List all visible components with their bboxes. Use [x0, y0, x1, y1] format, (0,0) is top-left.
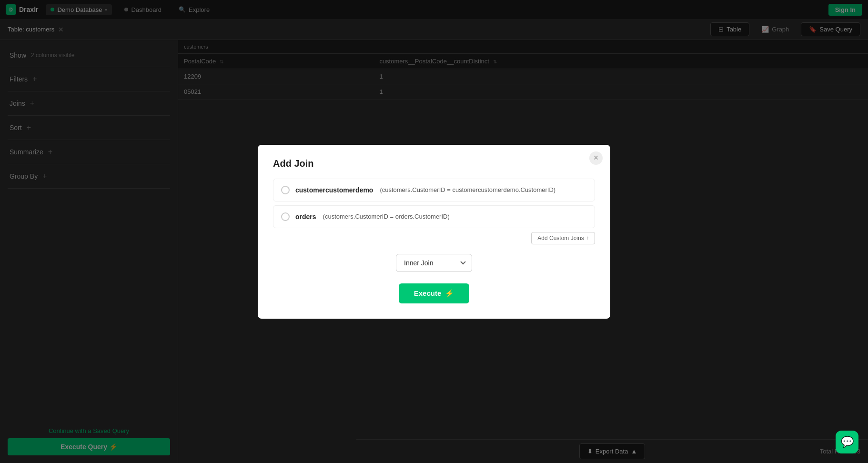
join-option-orders[interactable]: orders (customers.CustomerID = orders.Cu…	[273, 205, 595, 228]
join-condition-1: (customers.CustomerID = customercustomer…	[380, 186, 555, 193]
modal-execute-button[interactable]: Execute ⚡	[399, 283, 470, 303]
add-custom-joins-button[interactable]: Add Custom Joins +	[531, 232, 595, 244]
join-condition-2: (customers.CustomerID = orders.CustomerI…	[323, 213, 450, 220]
bolt-icon: ⚡	[445, 289, 454, 298]
chat-bubble[interactable]: 💬	[836, 431, 858, 453]
modal-title: Add Join	[273, 158, 595, 169]
modal-execute-label: Execute	[414, 289, 442, 297]
join-type-row: Inner JoinLeft JoinRight JoinFull Join	[273, 254, 595, 272]
join-type-select[interactable]: Inner JoinLeft JoinRight JoinFull Join	[396, 254, 472, 272]
joins-footer: Add Custom Joins +	[273, 232, 595, 244]
join-table-name-1: customercustomerdemo	[295, 186, 373, 194]
modal-execute-row: Execute ⚡	[273, 283, 595, 303]
chat-icon: 💬	[841, 436, 854, 448]
modal-overlay[interactable]: Add Join × customercustomerdemo (custome…	[0, 0, 868, 463]
add-join-modal: Add Join × customercustomerdemo (custome…	[258, 145, 610, 319]
join-type-wrapper: Inner JoinLeft JoinRight JoinFull Join	[396, 254, 472, 272]
join-option-customercustomerdemo[interactable]: customercustomerdemo (customers.Customer…	[273, 179, 595, 201]
radio-option2	[281, 212, 290, 221]
radio-option1	[281, 186, 290, 194]
modal-close-button[interactable]: ×	[589, 151, 603, 165]
join-table-name-2: orders	[295, 213, 316, 221]
